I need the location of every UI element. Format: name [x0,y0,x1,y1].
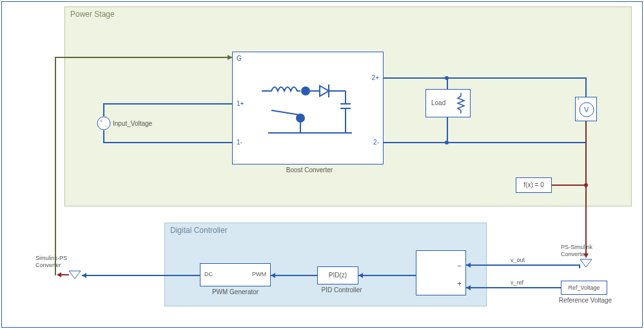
vs-plus: + [577,97,580,101]
pwm-block[interactable]: DC PWM [200,263,271,286]
pwm-label: PWM Generator [197,288,274,295]
arrow-icon [57,272,61,277]
svg-text:+: + [100,119,102,123]
wire [55,57,56,275]
boost-converter-icon [255,72,365,149]
wire [384,77,448,79]
ps-simulink-block[interactable] [579,258,593,268]
diagram-canvas: Power Stage Digital Controller + - Input… [0,0,644,329]
solver-block[interactable]: f(x) = 0 [516,177,552,193]
wire [466,264,580,266]
wire [103,103,104,116]
ref-voltage-sublabel: Reference Voltage [547,297,624,304]
wire [358,275,416,276]
svg-line-15 [271,110,299,115]
wire [103,130,104,143]
digital-controller-title: Digital Controller [170,226,228,235]
wire [585,77,587,97]
wire [552,184,587,186]
wire [448,77,587,79]
simulink-ps-block[interactable] [68,270,82,280]
svg-marker-22 [69,271,81,279]
port-2p: 2+ [372,74,379,81]
vs-minus: - [577,117,578,121]
wire [448,142,587,143]
wire [447,117,448,143]
wire [466,287,561,288]
sum-block[interactable]: − + [416,250,466,295]
svg-text:V: V [584,106,589,114]
arrow-icon [271,273,275,278]
sum-minus: − [457,261,462,270]
ref-voltage-block[interactable]: Ref_Voltage [561,281,607,295]
boost-converter-block[interactable]: G 1+ 1- 2+ 2- [232,52,384,164]
wire [103,103,232,105]
arrow-icon [466,263,471,268]
voltmeter-icon: V [578,101,595,118]
svg-marker-5 [320,86,329,96]
voltage-sensor-block[interactable]: V + - [575,97,597,121]
signal-vout: v_out [511,257,525,263]
svg-marker-21 [580,259,592,267]
arrow-icon [228,55,232,60]
signal-vref: v_ref [511,279,523,286]
port-1n: 1- [237,139,242,146]
ps-simulink-label: PS-Simulink Converter [561,244,612,258]
port-1p: 1+ [237,100,244,107]
svg-point-3 [301,86,310,95]
wire [271,275,317,276]
sum-plus: + [457,279,462,288]
boost-converter-label: Boost Converter [271,166,348,174]
power-stage-title: Power Stage [70,10,115,19]
input-voltage-label[interactable]: Input_Voltage [113,120,190,127]
pwm-left: DC [204,271,213,277]
arrow-icon [466,285,471,290]
wire [384,142,448,143]
wire [55,57,232,58]
pwm-right: PWM [252,271,266,277]
pid-block[interactable]: PID(z) [317,266,358,284]
arrow-icon [82,273,86,278]
load-label: Load [431,99,445,106]
wire [579,264,580,268]
simulink-ps-label: Simulink-PS Converter [35,255,87,269]
port-2n: 2- [373,139,379,146]
wire [82,275,200,276]
arrow-icon [358,273,363,278]
wire [61,274,69,275]
svg-point-0 [97,117,110,130]
wire [585,121,587,186]
resistor-icon [456,93,466,115]
port-g: G [237,55,242,62]
pid-label: PID Controller [303,286,380,294]
voltage-source-icon: + - [97,116,111,130]
load-block[interactable]: Load [425,89,471,117]
wire [103,142,232,143]
